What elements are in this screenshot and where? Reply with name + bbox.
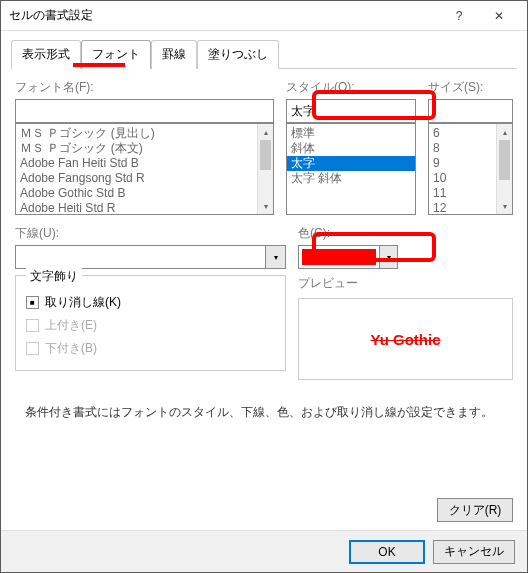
- list-item[interactable]: Adobe Gothic Std B: [16, 186, 273, 201]
- checkbox-icon: [26, 342, 39, 355]
- color-combo[interactable]: ▾: [298, 245, 398, 269]
- clear-button[interactable]: クリア(R): [437, 498, 513, 522]
- color-swatch: [302, 249, 376, 265]
- tab-display-format[interactable]: 表示形式: [11, 40, 81, 69]
- list-item[interactable]: 標準: [287, 126, 415, 141]
- list-item[interactable]: ＭＳ Ｐゴシック (見出し): [16, 126, 273, 141]
- list-item[interactable]: Adobe Fan Heiti Std B: [16, 156, 273, 171]
- fontname-input[interactable]: [15, 99, 274, 123]
- preview-box: Yu Gothic: [298, 298, 513, 380]
- style-input[interactable]: [286, 99, 416, 123]
- scroll-down-icon[interactable]: ▾: [497, 198, 512, 214]
- tab-border[interactable]: 罫線: [151, 40, 197, 69]
- fontname-label: フォント名(F):: [15, 79, 274, 96]
- cancel-button[interactable]: キャンセル: [433, 540, 515, 564]
- dialog-footer: OK キャンセル: [1, 530, 527, 572]
- scroll-down-icon[interactable]: ▾: [258, 198, 273, 214]
- list-item[interactable]: ＭＳ Ｐゴシック (本文): [16, 141, 273, 156]
- list-item[interactable]: Adobe Fangsong Std R: [16, 171, 273, 186]
- underline-combo[interactable]: ▾: [15, 245, 286, 269]
- checkbox-icon: [26, 319, 39, 332]
- preview-title: プレビュー: [298, 275, 513, 292]
- style-label: スタイル(O):: [286, 79, 416, 96]
- ok-button[interactable]: OK: [349, 540, 425, 564]
- size-label: サイズ(S):: [428, 79, 513, 96]
- preview-sample-text: Yu Gothic: [370, 331, 440, 348]
- scroll-up-icon[interactable]: ▴: [497, 124, 512, 140]
- tab-fill[interactable]: 塗りつぶし: [197, 40, 279, 69]
- strikethrough-checkbox[interactable]: 取り消し線(K): [26, 291, 275, 314]
- subscript-checkbox: 下付き(B): [26, 337, 275, 360]
- scroll-thumb[interactable]: [499, 140, 510, 180]
- list-item[interactable]: 太字: [287, 156, 415, 171]
- fontname-listbox[interactable]: ＭＳ Ｐゴシック (見出し) ＭＳ Ｐゴシック (本文) Adobe Fan H…: [15, 123, 274, 215]
- chevron-down-icon[interactable]: ▾: [266, 245, 286, 269]
- underline-label: 下線(U):: [15, 225, 286, 242]
- clear-area: クリア(R): [437, 498, 513, 522]
- scrollbar[interactable]: ▴ ▾: [257, 124, 273, 214]
- scrollbar[interactable]: ▴ ▾: [496, 124, 512, 214]
- chevron-down-icon[interactable]: ▾: [379, 246, 397, 268]
- scroll-thumb[interactable]: [260, 140, 271, 170]
- list-item[interactable]: Adobe Heiti Std R: [16, 201, 273, 215]
- dialog-title: セルの書式設定: [9, 7, 439, 24]
- size-input[interactable]: [428, 99, 513, 123]
- color-label: 色(C):: [298, 225, 513, 242]
- help-button[interactable]: ?: [439, 2, 479, 30]
- effects-group: 文字飾り 取り消し線(K) 上付き(E) 下付き(B): [15, 275, 286, 371]
- titlebar: セルの書式設定 ? ✕: [1, 1, 527, 31]
- annotation-tab-highlight: [73, 63, 125, 67]
- size-listbox[interactable]: 6 8 9 10 11 12 ▴ ▾: [428, 123, 513, 215]
- style-listbox[interactable]: 標準 斜体 太字 太字 斜体: [286, 123, 416, 215]
- note-text: 条件付き書式にはフォントのスタイル、下線、色、および取り消し線が設定できます。: [11, 380, 517, 445]
- scroll-up-icon[interactable]: ▴: [258, 124, 273, 140]
- checkbox-icon: [26, 296, 39, 309]
- tab-panel-font: フォント名(F): ＭＳ Ｐゴシック (見出し) ＭＳ Ｐゴシック (本文) A…: [11, 68, 517, 445]
- effects-title: 文字飾り: [26, 268, 82, 285]
- superscript-checkbox: 上付き(E): [26, 314, 275, 337]
- dialog-window: セルの書式設定 ? ✕ 表示形式 フォント 罫線 塗りつぶし フォント名(F):…: [0, 0, 528, 573]
- close-button[interactable]: ✕: [479, 2, 519, 30]
- list-item[interactable]: 太字 斜体: [287, 171, 415, 186]
- list-item[interactable]: 斜体: [287, 141, 415, 156]
